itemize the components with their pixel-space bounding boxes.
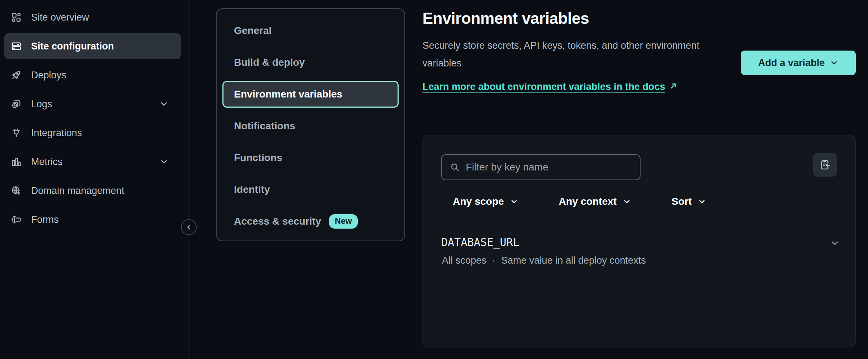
add-variable-label: Add a variable (758, 57, 825, 69)
context-filter-dropdown[interactable]: Any context (559, 196, 631, 207)
sidebar-item-label: Domain management (31, 185, 124, 196)
env-var-expand-button[interactable] (827, 235, 843, 251)
chevron-down-icon (698, 197, 706, 206)
docs-link-text: Learn more about environment variables i… (422, 81, 665, 92)
settings-nav-label: Build & deploy (234, 57, 305, 68)
env-var-contexts: Same value in all deploy contexts (501, 255, 646, 266)
chevron-down-icon (510, 197, 518, 206)
settings-nav-label: Functions (234, 152, 282, 164)
sidebar-item-site-configuration[interactable]: Site configuration (4, 33, 181, 59)
rocket-icon (11, 70, 22, 81)
divider (423, 225, 855, 225)
site-configuration-nav: General Build & deploy Environment varia… (216, 8, 405, 241)
env-var-scopes: All scopes (442, 255, 486, 266)
import-env-button[interactable] (813, 153, 837, 177)
chevron-down-icon[interactable] (159, 99, 169, 109)
site-sidebar: Site overview Site configuration Dep (0, 0, 188, 359)
settings-nav-label: Identity (234, 184, 270, 195)
sidebar-item-deploys[interactable]: Deploys (4, 62, 181, 88)
filter-key-input[interactable] (466, 161, 632, 173)
settings-nav-item-build-deploy[interactable]: Build & deploy (222, 47, 399, 78)
chevron-down-icon (830, 238, 840, 248)
meta-separator: · (492, 255, 495, 266)
plug-icon (11, 127, 22, 138)
env-var-key: DATABASE_URL (441, 236, 520, 248)
scope-filter-dropdown[interactable]: Any scope (453, 196, 518, 207)
form-icon (11, 214, 22, 225)
chevron-left-icon (185, 224, 192, 231)
sidebar-item-logs[interactable]: Logs (4, 91, 181, 117)
chevron-down-icon (830, 59, 838, 67)
bar-chart-icon (11, 156, 22, 167)
sidebar-item-label: Deploys (31, 70, 66, 81)
docs-link[interactable]: Learn more about environment variables i… (422, 78, 686, 96)
import-env-icon (819, 159, 831, 170)
logs-icon (11, 99, 22, 109)
page-description: Securely store secrets, API keys, tokens… (422, 37, 702, 72)
chevron-down-icon[interactable] (159, 157, 169, 166)
chevron-down-icon (622, 197, 631, 206)
sort-dropdown[interactable]: Sort (672, 196, 706, 207)
add-variable-button[interactable]: Add a variable (741, 51, 856, 75)
sidebar-item-domain-management[interactable]: Domain management (4, 178, 181, 204)
server-icon (11, 41, 22, 52)
filters-row: Any scope Any context Sort (453, 190, 706, 213)
sidebar-item-label: Integrations (31, 127, 82, 139)
settings-nav-item-general[interactable]: General (222, 15, 399, 47)
page-title: Environment variables (422, 9, 589, 27)
arrow-up-right-icon (669, 81, 678, 91)
filter-search-box (441, 154, 641, 180)
sidebar-item-label: Site overview (31, 12, 89, 23)
settings-nav-item-notifications[interactable]: Notifications (222, 110, 399, 142)
environment-variables-page: Site overview Site configuration Dep (0, 0, 868, 359)
settings-nav-item-identity[interactable]: Identity (222, 174, 399, 206)
sidebar-collapse-button[interactable] (181, 219, 197, 235)
settings-nav-item-functions[interactable]: Functions (222, 142, 399, 174)
environment-variables-card: Any scope Any context Sort DATABASE_URL (422, 135, 856, 347)
settings-nav-label: Environment variables (234, 88, 342, 100)
sidebar-item-integrations[interactable]: Integrations (4, 120, 181, 146)
grid-icon (11, 12, 22, 23)
sidebar-item-label: Site configuration (31, 41, 114, 52)
sidebar-item-forms[interactable]: Forms (4, 207, 181, 233)
settings-nav-label: General (234, 25, 272, 36)
sidebar-item-label: Metrics (31, 156, 62, 168)
sidebar-item-metrics[interactable]: Metrics (4, 149, 181, 175)
settings-nav-item-environment-variables[interactable]: Environment variables (222, 81, 399, 108)
settings-nav-item-access-security[interactable]: Access & security New (222, 206, 399, 237)
settings-nav-label: Notifications (234, 120, 295, 132)
sidebar-item-label: Forms (31, 214, 59, 225)
globe-icon (11, 185, 22, 196)
search-icon (450, 162, 460, 172)
sidebar-item-label: Logs (31, 99, 52, 110)
context-filter-label: Any context (559, 196, 617, 207)
env-var-meta: All scopes · Same value in all deploy co… (442, 255, 646, 266)
new-badge: New (329, 214, 357, 229)
sort-label: Sort (672, 196, 692, 207)
sidebar-item-site-overview[interactable]: Site overview (4, 4, 181, 30)
scope-filter-label: Any scope (453, 196, 504, 207)
settings-nav-label: Access & security (234, 216, 321, 227)
